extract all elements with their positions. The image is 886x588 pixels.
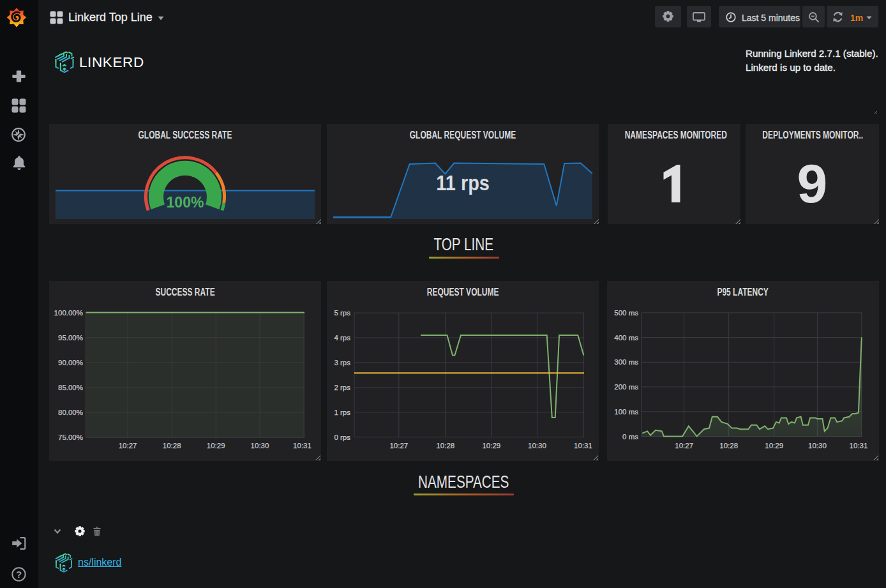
svg-text:100%: 100%	[167, 194, 204, 211]
svg-text:?: ?	[16, 569, 22, 580]
